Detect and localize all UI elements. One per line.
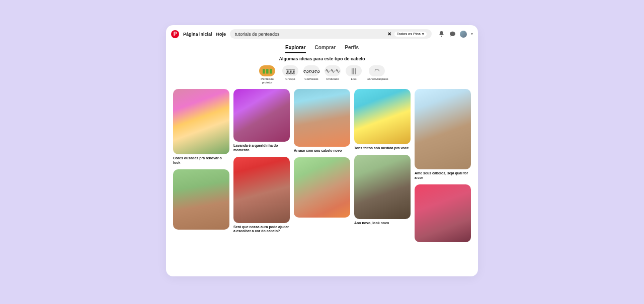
section-subtitle: Algumas ideias para este tipo de cabelo: [166, 56, 478, 65]
filter-wavy[interactable]: ∿∿∿ Ondulado: [325, 65, 341, 84]
pin-image[interactable]: [294, 157, 350, 218]
pin-image[interactable]: [415, 184, 471, 242]
tab-explore[interactable]: Explorar: [285, 45, 306, 53]
pin-image[interactable]: [233, 89, 290, 142]
filter-straight-icon: |||: [346, 65, 362, 76]
filter-wavy-icon: ∿∿∿: [325, 65, 341, 76]
filter-label: Liso: [351, 77, 356, 81]
filter-label: Ondulado: [326, 77, 339, 81]
tab-shop[interactable]: Comprar: [315, 45, 336, 53]
filter-coily-icon: ƺƺƺ: [282, 65, 298, 76]
header-bar: P Página inicial Hoje ✕ Todos os Pins ▾ …: [166, 25, 478, 43]
pin[interactable]: [173, 169, 229, 232]
clear-icon[interactable]: ✕: [387, 31, 391, 37]
messages-icon[interactable]: [449, 31, 456, 38]
filter-label: Careca/raspado: [367, 77, 387, 81]
pin-title: Tons feitos sob medida pra você: [354, 144, 411, 151]
pin-image[interactable]: [233, 157, 290, 223]
pin[interactable]: Tons feitos sob medida pra você: [354, 89, 411, 151]
filter-protective-icon: ▮▮▮: [259, 65, 275, 76]
pin-title: Cores ousadas pra renovar o look: [173, 154, 229, 165]
pin-grid[interactable]: Cores ousadas pra renovar o look Lavanda…: [166, 89, 478, 276]
tab-bar: Explorar Comprar Perfis: [166, 43, 478, 56]
pin[interactable]: Arrase com seu cabelo novo: [294, 89, 350, 153]
filter-straight[interactable]: ||| Liso: [346, 65, 362, 84]
filter-bald-icon: ◠: [369, 65, 385, 76]
pin-title: Lavanda é a queridinha do momento: [233, 142, 290, 153]
search-input[interactable]: [235, 32, 384, 37]
search-scope-pill[interactable]: Todos os Pins ▾: [394, 32, 427, 37]
app-window: P Página inicial Hoje ✕ Todos os Pins ▾ …: [166, 25, 478, 276]
pin-title: Ame seus cabelos, seja qual for a cor: [415, 169, 471, 180]
filter-curly[interactable]: ᔓᔓᔓ Cacheado: [303, 65, 319, 84]
nav-today[interactable]: Hoje: [216, 32, 226, 37]
filter-bald[interactable]: ◠ Careca/raspado: [367, 65, 387, 84]
filter-curly-icon: ᔓᔓᔓ: [303, 65, 319, 76]
pin-image[interactable]: [173, 169, 229, 230]
filter-coily[interactable]: ƺƺƺ Crespo: [282, 65, 298, 84]
chevron-down-icon: ▾: [422, 32, 424, 36]
search-scope-label: Todos os Pins: [397, 32, 421, 36]
pin[interactable]: Ano novo, look novo: [354, 155, 411, 226]
pin[interactable]: Será que nossa aura pode ajudar a escolh…: [233, 157, 290, 234]
pin-title: [294, 218, 350, 220]
pin-title: [415, 242, 471, 244]
hair-filter-row: ▮▮▮ Penteado protetor ƺƺƺ Crespo ᔓᔓᔓ Cac…: [166, 65, 478, 89]
pin-image[interactable]: [294, 89, 350, 147]
pin[interactable]: Ame seus cabelos, seja qual for a cor: [415, 89, 471, 180]
pin[interactable]: Cores ousadas pra renovar o look: [173, 89, 229, 165]
search-bar[interactable]: ✕ Todos os Pins ▾: [230, 29, 432, 39]
filter-label: Crespo: [285, 77, 295, 81]
pin-title: Arrase com seu cabelo novo: [294, 147, 350, 153]
pin-image[interactable]: [354, 155, 411, 219]
pin-title: Ano novo, look novo: [354, 219, 411, 226]
user-avatar[interactable]: [460, 31, 467, 38]
pin-title: [173, 230, 229, 232]
nav-home[interactable]: Página inicial: [183, 32, 212, 37]
notifications-icon[interactable]: [438, 31, 445, 38]
filter-protective[interactable]: ▮▮▮ Penteado protetor: [257, 65, 277, 84]
pin[interactable]: Lavanda é a queridinha do momento: [233, 89, 290, 153]
tab-profiles[interactable]: Perfis: [345, 45, 359, 53]
header-actions: ▾: [436, 31, 473, 38]
pin[interactable]: [294, 157, 350, 220]
filter-label: Cacheado: [304, 77, 318, 81]
pin-image[interactable]: [354, 89, 411, 144]
pin-image[interactable]: [415, 89, 471, 169]
pin-image[interactable]: [173, 89, 229, 154]
pin-title: Será que nossa aura pode ajudar a escolh…: [233, 223, 290, 234]
account-menu-chevron-icon[interactable]: ▾: [471, 32, 473, 36]
pin[interactable]: [415, 184, 471, 244]
pinterest-logo-icon[interactable]: P: [171, 30, 179, 38]
filter-label: Penteado protetor: [257, 77, 277, 84]
